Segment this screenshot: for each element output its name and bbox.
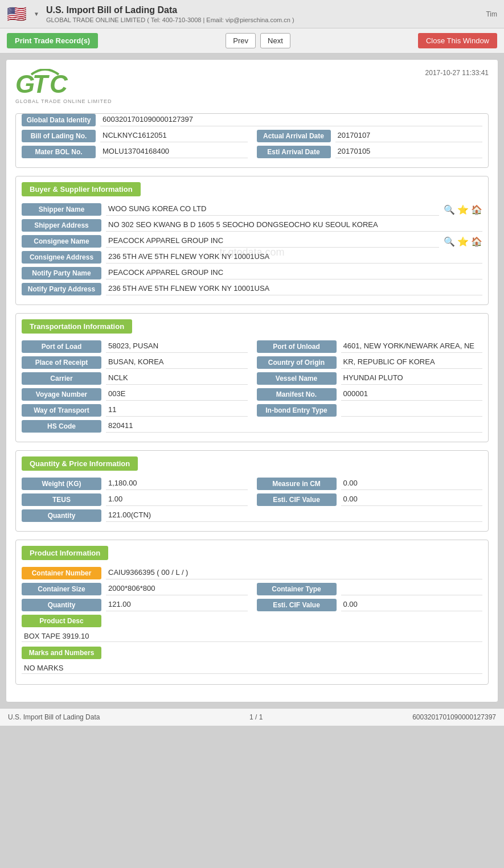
actual-arrival-value: 20170107 (335, 130, 483, 142)
inbond-entry-value (341, 404, 483, 417)
vessel-name-row: Vessel Name HYUNDAI PLUTO (257, 372, 483, 385)
consignee-home-icon[interactable]: 🏠 (471, 236, 482, 247)
product-esti-cif-row: Esti. CIF Value 0.00 (257, 599, 483, 611)
manifest-no-value: 000001 (341, 388, 483, 401)
transport-row-5: Way of Transport 11 In-bond Entry Type (22, 404, 482, 420)
quantity-price-title: Quantity & Price Information (22, 456, 138, 471)
shipper-icons: 🔍 ⭐ 🏠 (444, 204, 482, 215)
weight-label: Weight (KG) (22, 478, 101, 490)
doc-date: 2017-10-27 11:33:41 (425, 69, 489, 77)
measure-value: 0.00 (341, 478, 483, 490)
top-title-block: U.S. Import Bill of Lading Data GLOBAL T… (46, 5, 480, 23)
way-of-transport-value: 11 (106, 404, 248, 417)
inbond-entry-row: In-bond Entry Type (257, 404, 483, 417)
place-of-receipt-value: BUSAN, KOREA (106, 356, 248, 369)
product-row-2: Container Size 2000*806*800 Container Ty… (22, 583, 482, 599)
doc-fields: Global Data Identity 6003201701090000127… (16, 114, 488, 167)
transportation-title: Transportation Information (22, 319, 132, 334)
transport-row-2: Place of Receipt BUSAN, KOREA Country of… (22, 356, 482, 372)
teus-row: TEUS 1.00 (22, 493, 248, 506)
shipper-name-value: WOO SUNG KOREA CO LTD (106, 203, 439, 216)
voyage-number-row: Voyage Number 003E (22, 388, 248, 401)
actual-arrival-row: Actual Arrival Date 20170107 (257, 130, 483, 142)
measure-label: Measure in CM (257, 478, 337, 490)
esti-arrival-value: 20170105 (335, 146, 483, 158)
page-subtitle: GLOBAL TRADE ONLINE LIMITED ( Tel: 400-7… (46, 17, 480, 23)
container-size-value: 2000*806*800 (106, 583, 248, 595)
vessel-name-value: HYUNDAI PLUTO (341, 372, 483, 385)
esti-arrival-row: Esti Arrival Date 20170105 (257, 146, 483, 158)
consignee-name-row: Consignee Name PEACOCK APPAREL GROUP INC… (22, 235, 482, 248)
country-of-origin-value: KR, REPUBLIC OF KOREA (341, 356, 483, 369)
container-size-row: Container Size 2000*806*800 (22, 583, 248, 595)
place-of-receipt-label: Place of Receipt (22, 356, 101, 369)
logo-subtitle: GLOBAL TRADE ONLINE LIMITED (15, 98, 112, 104)
global-id-card: Global Data Identity 6003201701090000127… (15, 113, 489, 168)
container-type-row: Container Type (257, 583, 483, 595)
teus-value: 1.00 (106, 493, 248, 506)
footer-left: U.S. Import Bill of Lading Data (8, 713, 100, 721)
global-id-row: Global Data Identity 6003201701090000127… (22, 114, 482, 126)
dropdown-arrow-icon[interactable]: ▼ (34, 11, 39, 17)
shipper-name-row: Shipper Name WOO SUNG KOREA CO LTD 🔍 ⭐ 🏠 (22, 203, 482, 216)
notify-party-name-row: Notify Party Name PEACOCK APPAREL GROUP … (22, 267, 482, 279)
buyer-supplier-title: Buyer & Supplier Information (22, 182, 141, 196)
qp-row-1: Weight (KG) 1,180.00 Measure in CM 0.00 (22, 478, 482, 493)
consignee-name-value: PEACOCK APPAREL GROUP INC (106, 235, 439, 248)
product-esti-cif-label: Esti. CIF Value (257, 599, 337, 611)
home-icon[interactable]: 🏠 (471, 204, 482, 215)
page-title: U.S. Import Bill of Lading Data (46, 5, 480, 15)
consignee-address-value: 236 5TH AVE 5TH FLNEW YORK NY 10001USA (106, 251, 482, 264)
country-of-origin-row: Country of Origin KR, REPUBLIC OF KOREA (257, 356, 483, 369)
port-of-unload-value: 4601, NEW YORK/NEWARK AREA, NE (341, 340, 483, 353)
bol-value: NCLKNYC1612051 (100, 130, 248, 142)
quantity-price-content: Weight (KG) 1,180.00 Measure in CM 0.00 … (16, 474, 488, 531)
container-type-value (341, 583, 483, 595)
esti-cif-label: Esti. CIF Value (257, 493, 337, 506)
product-row-3: Quantity 121.00 Esti. CIF Value 0.00 (22, 599, 482, 615)
notify-party-address-value: 236 5TH AVE 5TH FLNEW YORK NY 10001USA (106, 283, 482, 295)
consignee-address-label: Consignee Address (22, 251, 101, 264)
country-of-origin-label: Country of Origin (257, 356, 337, 369)
consignee-search-icon[interactable]: 🔍 (444, 236, 455, 247)
master-bol-row: Mater BOL No. MOLU13704168400 (22, 146, 248, 158)
company-logo: G T C GLOBAL TRADE ONLINE LIMITED (15, 69, 112, 104)
star-icon[interactable]: ⭐ (457, 204, 469, 215)
container-size-label: Container Size (22, 583, 101, 595)
port-of-load-label: Port of Load (22, 340, 101, 353)
doc-header: G T C GLOBAL TRADE ONLINE LIMITED 2017-1… (15, 69, 489, 104)
hs-code-row: HS Code 820411 (22, 420, 482, 433)
master-bol-label: Mater BOL No. (22, 146, 96, 158)
qp-row-2: TEUS 1.00 Esti. CIF Value 0.00 (22, 493, 482, 509)
consignee-star-icon[interactable]: ⭐ (457, 236, 469, 247)
carrier-value: NCLK (106, 372, 248, 385)
container-number-label: Container Number (22, 567, 101, 579)
notify-party-address-row: Notify Party Address 236 5TH AVE 5TH FLN… (22, 283, 482, 295)
consignee-name-label: Consignee Name (22, 235, 101, 248)
voyage-number-value: 003E (106, 388, 248, 401)
search-icon[interactable]: 🔍 (444, 204, 455, 215)
consignee-address-row: Consignee Address 236 5TH AVE 5TH FLNEW … (22, 251, 482, 264)
prev-button[interactable]: Prev (226, 33, 256, 48)
product-quantity-label: Quantity (22, 599, 101, 611)
qp-quantity-value: 121.00(CTN) (106, 509, 482, 522)
container-number-row: Container Number CAIU9366395 ( 00 / L / … (22, 567, 482, 579)
manifest-no-row: Manifest No. 000001 (257, 388, 483, 401)
flag-icon: 🇺🇸 (7, 5, 27, 23)
svg-text:C: C (50, 70, 68, 98)
product-content: Container Number CAIU9366395 ( 00 / L / … (16, 563, 488, 684)
port-of-unload-label: Port of Unload (257, 340, 337, 353)
next-button[interactable]: Next (260, 33, 290, 48)
esti-arrival-label: Esti Arrival Date (257, 146, 331, 158)
measure-row: Measure in CM 0.00 (257, 478, 483, 490)
esti-cif-value: 0.00 (341, 493, 483, 506)
qp-quantity-label: Quantity (22, 509, 101, 522)
toolbar: Print Trade Record(s) Prev Next Close Th… (0, 28, 504, 54)
close-window-button[interactable]: Close This Window (418, 33, 497, 48)
transport-row-3: Carrier NCLK Vessel Name HYUNDAI PLUTO (22, 372, 482, 388)
print-button[interactable]: Print Trade Record(s) (7, 33, 98, 48)
time-label: Tim (486, 10, 497, 18)
vessel-name-label: Vessel Name (257, 372, 337, 385)
transportation-card: Transportation Information Port of Load … (15, 313, 489, 442)
bol-row: Bill of Lading No. NCLKNYC1612051 (22, 130, 248, 142)
